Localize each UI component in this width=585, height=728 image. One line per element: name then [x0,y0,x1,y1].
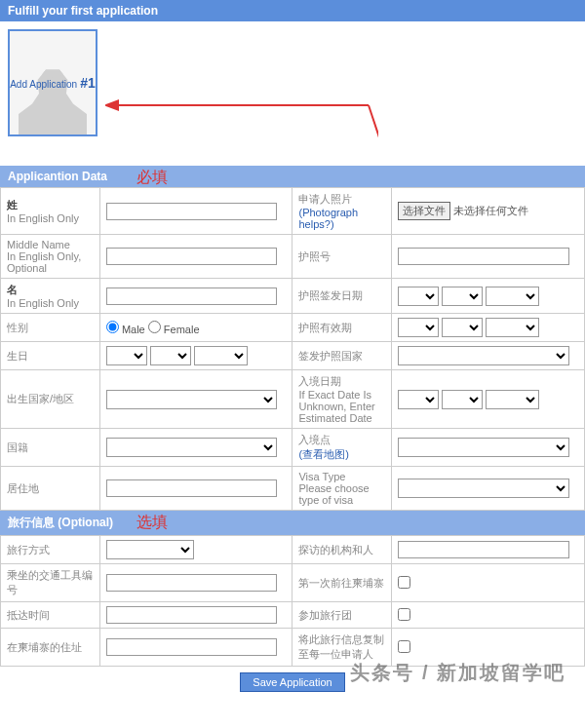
dob-day[interactable] [106,346,147,365]
header-bar: Fulfill your first application [0,0,585,21]
passport-issue-year[interactable] [486,287,539,306]
section-travel-info: 旅行信息 (Optional) 选填 [0,511,585,535]
label-arrival-time: 抵达时间 [1,602,100,629]
copy-info-checkbox[interactable] [398,640,410,653]
visa-type-select[interactable] [398,479,568,498]
issue-country-select[interactable] [398,346,568,365]
section-title: Applicantion Data [8,170,107,183]
add-application-photo[interactable]: Add Application #1 [8,29,98,136]
label-entry-point: 入境点(查看地图) [292,429,392,467]
residence-input[interactable] [106,479,277,497]
passport-issue-month[interactable] [442,287,483,306]
label-address-kh: 在柬埔寨的住址 [1,629,100,667]
add-number: #1 [80,75,96,91]
label-travel-method: 旅行方式 [1,536,100,564]
entry-date-year[interactable] [486,390,539,409]
label-gender: 性别 [1,314,100,342]
label-dob: 生日 [1,342,100,370]
label-visit-org: 探访的机构和人 [292,536,392,564]
photo-section: Add Application #1 [0,29,585,166]
address-kh-input[interactable] [106,638,277,656]
label-given: 名In English Only [1,279,100,314]
gender-male-radio[interactable] [106,321,119,333]
passport-no-input[interactable] [398,248,568,265]
label-tour-group: 参加旅行团 [292,602,392,629]
label-issue-country: 签发护照国家 [292,342,392,370]
entry-date-day[interactable] [398,390,439,409]
gender-male-option[interactable]: Male [106,324,145,335]
entry-point-select[interactable] [398,438,568,457]
middle-input[interactable] [106,248,277,265]
map-link[interactable]: (查看地图) [298,448,348,460]
first-visit-checkbox[interactable] [398,576,410,589]
tour-group-checkbox[interactable] [398,608,410,621]
section-application-data: Applicantion Data 必填 [0,166,585,187]
label-visa-type: Visa TypePlease choose type of visa [292,467,392,511]
travel-method-select[interactable] [106,540,194,559]
save-application-button[interactable]: Save Application [240,672,344,692]
label-photo: 申请人照片(Photograph helps?) [292,188,392,235]
vehicle-no-input[interactable] [106,574,277,592]
optional-annotation: 选填 [136,513,168,533]
given-input[interactable] [106,287,277,305]
visit-org-input[interactable] [398,541,568,558]
section-title-travel: 旅行信息 (Optional) [8,516,113,529]
passport-expiry-month[interactable] [442,318,483,337]
label-vehicle-no: 乘坐的交通工具编号 [1,564,100,602]
label-passport-expiry: 护照有效期 [292,314,392,342]
label-surname: 姓In English Only [1,188,100,235]
gender-female-option[interactable]: Female [148,324,200,335]
surname-input[interactable] [106,203,277,220]
application-data-table: 姓In English Only 申请人照片(Photograph helps?… [0,187,585,511]
entry-date-month[interactable] [442,390,483,409]
watermark-text: 头条号 / 新加坡留学吧 [350,660,566,686]
label-passport-no: 护照号 [292,235,392,279]
nationality-select[interactable] [106,438,277,457]
file-status-text: 未选择任何文件 [453,205,528,216]
arrival-time-input[interactable] [106,606,277,624]
dob-month[interactable] [150,346,191,365]
label-entry-date: 入境日期If Exact Date Is Unknown, Enter Esti… [292,370,392,429]
label-nationality: 国籍 [1,429,100,467]
label-passport-issue: 护照签发日期 [292,279,392,314]
label-middle: Middle NameIn English Only, Optional [1,235,100,279]
photo-help-link[interactable]: (Photograph helps?) [298,207,358,230]
choose-file-button[interactable]: 选择文件 [398,202,450,220]
required-annotation: 必填 [136,168,168,188]
label-first-visit: 第一次前往柬埔寨 [292,564,392,602]
passport-expiry-day[interactable] [398,318,439,337]
app-container: Fulfill your first application Add Appli… [0,0,585,698]
add-label: Add Application [10,79,77,90]
travel-info-table: 旅行方式 探访的机构和人 乘坐的交通工具编号 第一次前往柬埔寨 抵达时间 参加旅… [0,535,585,667]
birth-place-select[interactable] [106,390,277,409]
label-birth-place: 出生国家/地区 [1,370,100,429]
header-title: Fulfill your first application [8,4,158,18]
gender-female-radio[interactable] [148,321,161,333]
passport-issue-day[interactable] [398,287,439,306]
dob-year[interactable] [194,346,248,365]
passport-expiry-year[interactable] [486,318,539,337]
label-residence: 居住地 [1,467,100,511]
